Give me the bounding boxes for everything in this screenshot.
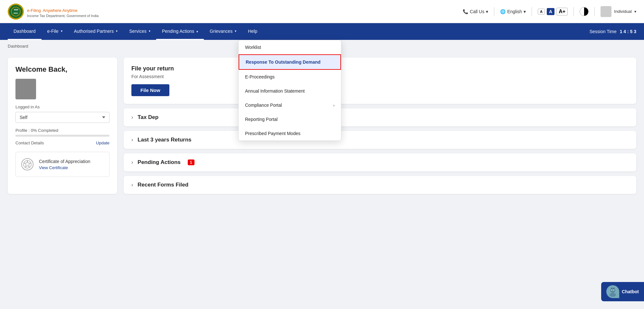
avatar — [601, 6, 611, 17]
logged-in-label: Logged in As — [15, 105, 109, 109]
chevron-right-icon: › — [131, 182, 133, 188]
chevron-down-icon: ▾ — [524, 9, 526, 14]
logo-area: भारत INDIA e-Filing Anywhere Anytime Inc… — [8, 4, 99, 20]
svg-point-9 — [611, 290, 612, 291]
chevron-right-icon: › — [131, 159, 133, 165]
logo-text: e-Filing Anywhere Anytime Income Tax Dep… — [27, 5, 99, 18]
top-bar: भारत INDIA e-Filing Anywhere Anytime Inc… — [0, 0, 644, 23]
language-button[interactable]: 🌐 English ▾ — [500, 9, 526, 14]
dropdown-prescribed-payment[interactable]: Prescribed Payment Modes — [239, 126, 341, 141]
nav-dashboard[interactable]: Dashboard — [8, 23, 42, 40]
contact-row: Contact Details Update — [15, 141, 109, 145]
svg-point-8 — [610, 293, 616, 297]
top-controls: 📞 Call Us ▾ 🌐 English ▾ A A A+ Individua… — [463, 6, 636, 17]
logo-title: e-Filing Anywhere Anytime — [27, 5, 99, 14]
accordion-title: Recent Forms Filed — [137, 182, 188, 188]
nav-pending-actions[interactable]: Pending Actions ▴ — [156, 23, 204, 40]
font-large-button[interactable]: A+ — [556, 8, 568, 15]
file-return-title: File your return — [131, 65, 629, 72]
accordion-recent-forms[interactable]: › Recent Forms Filed — [124, 176, 636, 194]
cert-title: Certificate of Appreciation — [39, 159, 90, 164]
font-small-button[interactable]: A — [538, 9, 545, 14]
phone-icon: 📞 — [463, 9, 468, 14]
view-certificate-link[interactable]: View Certificate — [39, 165, 90, 170]
divider — [532, 7, 532, 16]
chevron-right-icon: › — [333, 103, 335, 108]
svg-point-5 — [24, 160, 31, 168]
svg-rect-11 — [611, 288, 612, 288]
chevron-down-icon: ▾ — [149, 29, 150, 33]
progress-bar-background — [15, 135, 109, 137]
dropdown-compliance-portal[interactable]: Compliance Portal › — [239, 98, 341, 112]
font-controls: A A A+ — [538, 8, 568, 15]
accordion-last-3-years[interactable]: › Last 3 years Returns — [124, 131, 636, 149]
chevron-down-icon: ▾ — [61, 29, 62, 33]
nav-bar: Dashboard e-File ▾ Authorised Partners ▾… — [0, 23, 644, 40]
chevron-down-icon: ▾ — [486, 9, 488, 14]
dropdown-reporting-portal[interactable]: Reporting Portal — [239, 112, 341, 126]
dropdown-annual-information[interactable]: Annual Information Statement — [239, 84, 341, 98]
nav-help[interactable]: Help — [242, 23, 263, 40]
accordion-title: Tax Dep — [137, 114, 158, 121]
pending-actions-dropdown: Worklist Response To Outstanding Demand … — [238, 40, 341, 141]
divider — [573, 7, 574, 16]
font-medium-button[interactable]: A — [547, 8, 554, 15]
chevron-up-icon: ▴ — [196, 29, 198, 33]
accordion-pending-actions[interactable]: › Pending Actions 1 — [124, 153, 636, 171]
emblem-icon: भारत INDIA — [8, 4, 24, 20]
svg-text:INDIA: INDIA — [14, 12, 18, 14]
certificate-box: Certificate of Appreciation View Certifi… — [15, 152, 109, 177]
contrast-button[interactable] — [580, 7, 589, 16]
file-return-sub: For Assessment — [131, 74, 629, 79]
nav-services[interactable]: Services ▾ — [123, 23, 156, 40]
user-area: Individual ▾ — [601, 6, 636, 17]
profile-progress: Profile : 0% Completed — [15, 128, 109, 137]
accordion-title: Pending Actions — [137, 159, 181, 166]
welcome-title: Welcome Back, — [15, 65, 109, 74]
certificate-text: Certificate of Appreciation View Certifi… — [39, 159, 90, 170]
chevron-right-icon: › — [131, 137, 133, 143]
globe-icon: 🌐 — [500, 9, 506, 14]
user-type-label: Individual — [614, 9, 632, 14]
contact-label: Contact Details — [15, 141, 44, 145]
pending-actions-badge: 1 — [188, 159, 194, 165]
profile-label: Profile : 0% Completed — [15, 128, 109, 133]
file-now-button[interactable]: File Now — [131, 84, 169, 96]
chatbot-avatar — [606, 285, 619, 298]
chatbot-button[interactable]: Chatbot — [601, 282, 644, 301]
chevron-down-icon: ▾ — [235, 29, 236, 33]
dropdown-worklist[interactable]: Worklist — [239, 40, 341, 54]
file-return-card: File your return For Assessment File Now — [124, 58, 636, 104]
right-panel: File your return For Assessment File Now… — [124, 58, 636, 194]
call-us-button[interactable]: 📞 Call Us ▾ — [463, 9, 488, 14]
chevron-down-icon[interactable]: ▾ — [634, 9, 636, 14]
nav-grievances[interactable]: Grievances ▾ — [204, 23, 242, 40]
chevron-right-icon: › — [131, 114, 133, 120]
accordion-tax-dep[interactable]: › Tax Dep — [124, 108, 636, 126]
certificate-icon — [20, 157, 34, 171]
dropdown-response-outstanding-demand[interactable]: Response To Outstanding Demand — [239, 54, 341, 70]
profile-picture — [15, 79, 36, 99]
accordion-title: Last 3 years Returns — [137, 137, 191, 143]
logo-subtitle: Income Tax Department, Government of Ind… — [27, 14, 99, 18]
svg-point-7 — [610, 288, 615, 293]
svg-text:भारत: भारत — [14, 9, 18, 11]
divider — [594, 7, 595, 16]
svg-rect-12 — [613, 288, 614, 288]
dropdown-e-proceedings[interactable]: E-Proceedings — [239, 70, 341, 84]
nav-efile[interactable]: e-File ▾ — [42, 23, 68, 40]
update-link[interactable]: Update — [96, 141, 109, 145]
svg-point-0 — [9, 5, 23, 19]
chevron-down-icon: ▾ — [116, 29, 118, 33]
nav-authorised-partners[interactable]: Authorised Partners ▾ — [68, 23, 124, 40]
divider — [494, 7, 494, 16]
session-time: Session Time 1 4 : 5 3 — [590, 29, 636, 34]
left-panel: Welcome Back, Logged in As Self Profile … — [8, 58, 117, 194]
logged-in-select[interactable]: Self — [15, 112, 109, 123]
svg-point-10 — [613, 290, 614, 291]
